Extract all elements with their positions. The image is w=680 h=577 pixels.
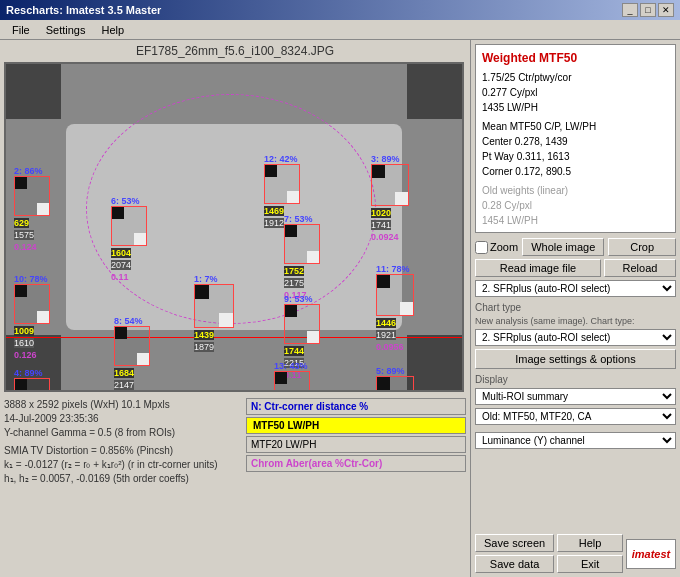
bottom-btn-row: Save screen Save data Help Exit imatest (475, 534, 676, 573)
help-button[interactable]: Help (557, 534, 623, 552)
weighted-mtf-title: Weighted MTF50 (482, 49, 669, 67)
read-image-file-button[interactable]: Read image file (475, 259, 601, 277)
k2-info: h₁, h₂ = 0.0057, -0.0169 (5th order coef… (4, 472, 236, 486)
gamma-info: Y-channel Gamma = 0.5 (8 from ROIs) (4, 426, 236, 440)
window-title: Rescharts: Imatest 3.5 Master (6, 4, 161, 16)
chart-type-label: Chart type (475, 302, 676, 313)
exit-button[interactable]: Exit (557, 555, 623, 573)
image-title: EF1785_26mm_f5.6_i100_8324.JPG (4, 44, 466, 58)
old-weights-val1: 0.28 Cy/pxl (482, 198, 669, 213)
wtf-line3: 1435 LW/PH (482, 100, 669, 115)
old-weights-val2: 1454 LW/PH (482, 213, 669, 228)
roi-8: 7: 53% 1752 2175 0.117 (284, 212, 320, 300)
zoom-checkbox[interactable] (475, 241, 488, 254)
menu-file[interactable]: File (4, 22, 38, 38)
legend-mtf20: MTF20 LW/PH (246, 436, 466, 453)
zoom-checkbox-label[interactable]: Zoom (475, 241, 518, 254)
roi-6: 1: 7% 1439 1879 (194, 272, 234, 352)
roi-1: 2: 86% 629 1575 0.124 (14, 164, 50, 252)
read-reload-row: Read image file Reload (475, 259, 676, 277)
display-label: Display (475, 374, 676, 385)
old-weights-label: Old weights (linear) (482, 183, 669, 198)
wtf-line1: 1.75/25 Ctr/ptwy/cor (482, 70, 669, 85)
roi-13: 5: 89% 708.1 1205 0.0968 (376, 364, 414, 392)
legend-panel: N: Ctr-corner distance % MTF50 LW/PH MTF… (246, 398, 466, 486)
date-info: 14-Jul-2009 23:35:36 (4, 412, 236, 426)
whole-image-button[interactable]: Whole image (522, 238, 604, 256)
channel-select[interactable]: Luminance (Y) channel (475, 432, 676, 449)
save-data-button[interactable]: Save data (475, 555, 554, 573)
roi-4: 8: 54% 1684 2147 0.102 (114, 314, 150, 392)
display-select[interactable]: Multi-ROI summary (475, 388, 676, 405)
corner-val: Corner 0.172, 890.5 (482, 164, 669, 179)
main-content: EF1785_26mm_f5.6_i100_8324.JPG 2: 86% (0, 40, 680, 577)
bottom-info: 3888 x 2592 pixels (WxH) 10.1 Mpxls 14-J… (4, 396, 466, 488)
legend-n: N: Ctr-corner distance % (246, 398, 466, 415)
window-controls[interactable]: _ □ ✕ (622, 3, 674, 17)
sfr-select[interactable]: 2. SFRplus (auto-ROI select) (475, 280, 676, 297)
menu-help[interactable]: Help (93, 22, 132, 38)
right-panel: Weighted MTF50 1.75/25 Ctr/ptwy/cor 0.27… (470, 40, 680, 577)
roi-11: 3: 89% 1020 1741 0.0924 (371, 152, 409, 242)
ptway-val: Pt Way 0.311, 1613 (482, 149, 669, 164)
menu-settings[interactable]: Settings (38, 22, 94, 38)
roi-12: 11: 78% 1446 1921 0.0956 (376, 262, 414, 352)
save-screen-button[interactable]: Save screen (475, 534, 554, 552)
mean-label: Mean MTF50 C/P, LW/PH (482, 119, 669, 134)
reload-button[interactable]: Reload (604, 259, 676, 277)
roi-5: 4: 89% 530.3 948.6 0.129 (14, 366, 50, 392)
legend-chrom: Chrom Aber(area %Ctr-Cor) (246, 455, 466, 472)
roi-3: 10: 78% 1009 1610 0.126 (14, 272, 50, 360)
title-bar: Rescharts: Imatest 3.5 Master _ □ ✕ (0, 0, 680, 20)
old-select[interactable]: Old: MTF50, MTF20, CA (475, 408, 676, 425)
k1-info: k₁ = -0.0127 (r₂ = r₀ + k₁r₀²) (r in ctr… (4, 458, 236, 472)
zoom-row: Zoom Whole image Crop (475, 238, 676, 256)
weighted-mtf-box: Weighted MTF50 1.75/25 Ctr/ptwy/cor 0.27… (475, 44, 676, 233)
legend-mtf50: MTF50 LW/PH (246, 417, 466, 434)
imatest-logo: imatest (626, 539, 676, 569)
wtf-line2: 0.277 Cy/pxl (482, 85, 669, 100)
minimize-button[interactable]: _ (622, 3, 638, 17)
maximize-button[interactable]: □ (640, 3, 656, 17)
roi-2: 6: 53% 1604 2074 0.11 (111, 194, 147, 282)
chart-new-analysis: New analysis (same image). Chart type: (475, 316, 676, 326)
close-button[interactable]: ✕ (658, 3, 674, 17)
stats-panel: 3888 x 2592 pixels (WxH) 10.1 Mpxls 14-J… (4, 398, 236, 486)
roi-10: 13: 43% 1423 1876 (274, 359, 310, 392)
image-settings-button[interactable]: Image settings & options (475, 349, 676, 369)
pixel-info: 3888 x 2592 pixels (WxH) 10.1 Mpxls (4, 398, 236, 412)
crop-button[interactable]: Crop (608, 238, 676, 256)
center-val: Center 0.278, 1439 (482, 134, 669, 149)
chart-image: 2: 86% 629 1575 0.124 6: 53% 1604 2074 0… (4, 62, 464, 392)
chart-select[interactable]: 2. SFRplus (auto-ROI select) (475, 329, 676, 346)
smia-info: SMIA TV Distortion = 0.856% (Pincsh) (4, 444, 236, 458)
menu-bar: File Settings Help (0, 20, 680, 40)
left-area: EF1785_26mm_f5.6_i100_8324.JPG 2: 86% (0, 40, 470, 577)
